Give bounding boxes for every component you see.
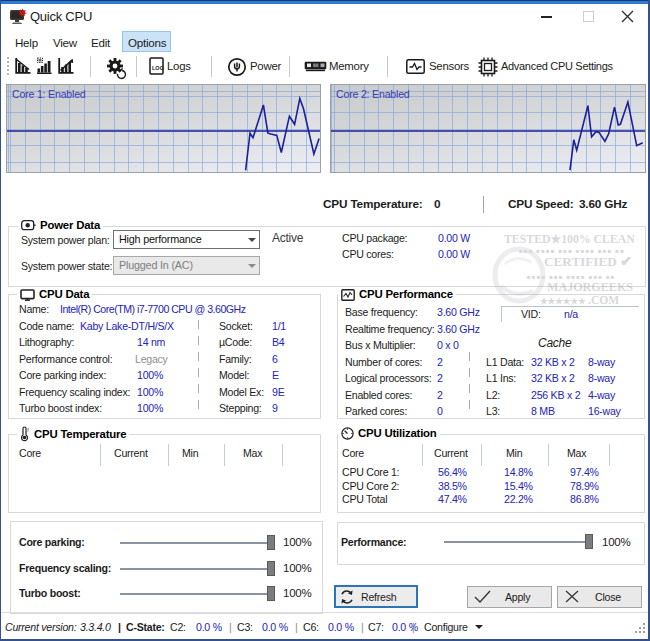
svg-text:LOG: LOG bbox=[152, 65, 164, 71]
